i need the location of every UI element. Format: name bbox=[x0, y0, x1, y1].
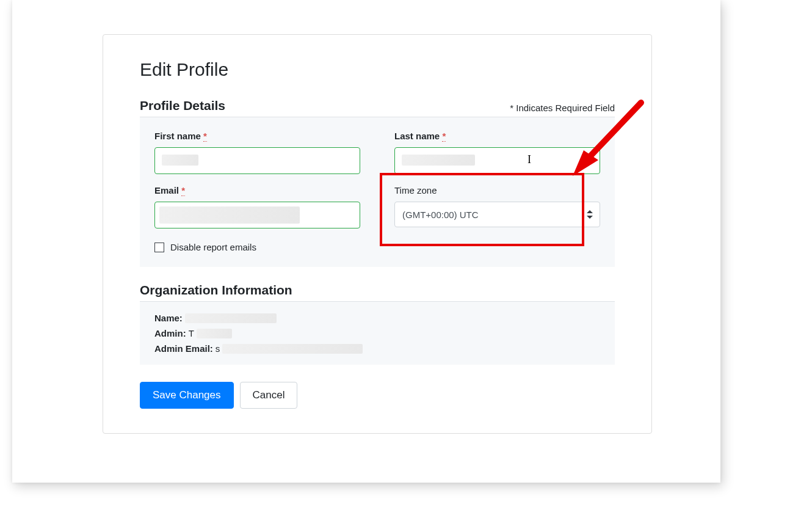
redacted-overlay bbox=[185, 313, 277, 323]
profile-details-panel: First name * Last name * bbox=[140, 117, 615, 267]
org-admin-label: Admin: bbox=[154, 328, 186, 338]
disable-report-emails-label: Disable report emails bbox=[170, 242, 256, 252]
form-actions: Save Changes Cancel bbox=[140, 382, 615, 409]
last-name-label-text: Last name bbox=[394, 131, 440, 141]
org-admin-value: T bbox=[189, 328, 194, 338]
email-group: Email * bbox=[154, 185, 360, 228]
timezone-label: Time zone bbox=[394, 185, 600, 195]
profile-details-header: Profile Details * Indicates Required Fie… bbox=[140, 98, 615, 117]
page-title: Edit Profile bbox=[140, 59, 615, 80]
name-row: First name * Last name * bbox=[154, 131, 600, 174]
save-button[interactable]: Save Changes bbox=[140, 382, 234, 409]
org-admin-row: Admin: T bbox=[154, 328, 600, 338]
redacted-overlay bbox=[197, 329, 232, 338]
profile-details-title: Profile Details bbox=[140, 98, 225, 113]
timezone-select[interactable]: (GMT+00:00) UTC bbox=[394, 202, 600, 227]
disable-report-emails-checkbox[interactable] bbox=[154, 243, 164, 252]
org-admin-email-value: s bbox=[216, 343, 220, 354]
timezone-select-wrap: (GMT+00:00) UTC bbox=[394, 202, 600, 227]
edit-profile-card: Edit Profile Profile Details * Indicates… bbox=[103, 34, 652, 434]
organization-info-panel: Name: Admin: T Admin Email: s bbox=[140, 302, 615, 365]
required-asterisk-icon: * bbox=[181, 185, 185, 196]
first-name-group: First name * bbox=[154, 131, 360, 174]
first-name-input[interactable] bbox=[154, 147, 360, 174]
cancel-button[interactable]: Cancel bbox=[240, 382, 298, 409]
disable-report-emails-row: Disable report emails bbox=[154, 242, 600, 252]
org-name-row: Name: bbox=[154, 313, 600, 323]
last-name-group: Last name * I bbox=[394, 131, 600, 174]
email-timezone-row: Email * Time zone (GMT+00:00) UTC bbox=[154, 185, 600, 228]
required-field-note: * Indicates Required Field bbox=[510, 103, 615, 113]
organization-info-title: Organization Information bbox=[140, 283, 615, 302]
redacted-overlay bbox=[222, 344, 363, 354]
org-admin-email-label: Admin Email: bbox=[154, 343, 213, 354]
first-name-label-text: First name bbox=[154, 131, 201, 141]
email-label-text: Email bbox=[154, 185, 179, 195]
required-asterisk-icon: * bbox=[442, 131, 446, 142]
email-label: Email * bbox=[154, 185, 360, 195]
org-name-label: Name: bbox=[154, 313, 183, 323]
email-input[interactable] bbox=[154, 202, 360, 228]
last-name-input[interactable] bbox=[394, 147, 600, 174]
page-container: Edit Profile Profile Details * Indicates… bbox=[12, 0, 720, 483]
last-name-label: Last name * bbox=[394, 131, 600, 141]
first-name-label: First name * bbox=[154, 131, 360, 141]
org-admin-email-row: Admin Email: s bbox=[154, 343, 600, 354]
required-asterisk-icon: * bbox=[203, 131, 207, 142]
timezone-group: Time zone (GMT+00:00) UTC bbox=[394, 185, 600, 228]
